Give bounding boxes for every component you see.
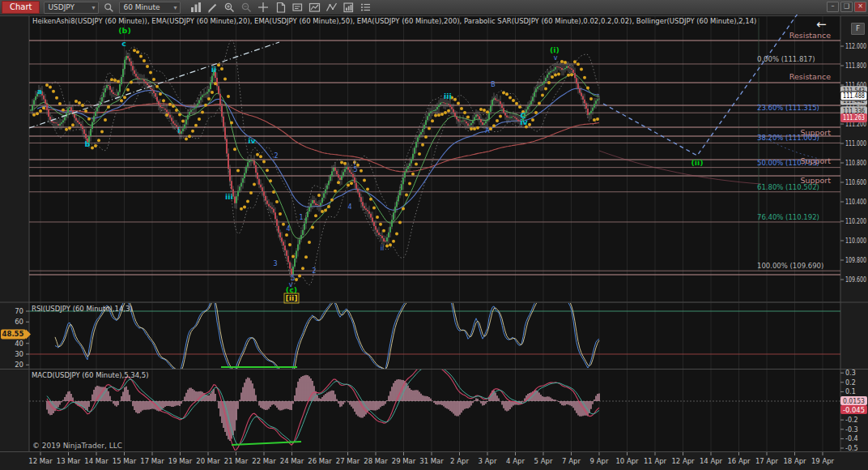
date-tick-label: 9 Apr bbox=[590, 457, 609, 465]
close-button[interactable]: × bbox=[854, 2, 866, 12]
window-buttons: –❑× bbox=[827, 2, 866, 12]
wave-label: ii bbox=[211, 65, 217, 74]
crosshair-icon[interactable] bbox=[257, 2, 270, 14]
date-tick-label: 4 Apr bbox=[506, 457, 525, 465]
price-tick-label: 112.000 bbox=[845, 43, 866, 50]
document-icon[interactable] bbox=[274, 2, 287, 14]
sr-label: Support bbox=[800, 176, 831, 185]
zigzag-icon[interactable] bbox=[325, 2, 338, 14]
fib-label: 100.00% (109.690) bbox=[757, 262, 823, 270]
bar-chart-icon[interactable] bbox=[189, 2, 202, 14]
fixed-scale-button[interactable]: F bbox=[851, 23, 865, 35]
zoom-in-icon[interactable] bbox=[223, 2, 236, 14]
wave-label: 3 bbox=[273, 260, 277, 267]
search-icon[interactable] bbox=[102, 2, 116, 14]
wave-label: iv bbox=[520, 118, 528, 126]
fib-label: 76.40% (110.192) bbox=[757, 213, 819, 221]
macd-tick-label: 0.2 bbox=[845, 379, 856, 387]
copyright-text: © 2019 NinjaTrader, LLC bbox=[32, 442, 122, 450]
sr-label: Support bbox=[800, 128, 831, 137]
rsi-tag-text: 48.55 bbox=[2, 330, 24, 338]
sr-label: Support bbox=[800, 156, 831, 165]
instrument-value: USDJPY bbox=[48, 3, 74, 11]
price-tick-label: 110.600 bbox=[845, 179, 866, 186]
zoom-out-icon[interactable] bbox=[240, 2, 253, 14]
wave-label: B bbox=[491, 81, 496, 88]
instrument-dropdown[interactable]: USDJPY ▾ bbox=[44, 2, 99, 14]
rsi-tick-label: 40 bbox=[15, 340, 23, 348]
scroll-to-latest-arrow-icon[interactable]: ← bbox=[816, 17, 827, 32]
interval-dropdown[interactable]: 60 Minute ▾ bbox=[119, 2, 181, 14]
macd-tick-label: -0.2 bbox=[845, 417, 858, 424]
restore-button[interactable]: ❑ bbox=[840, 2, 853, 12]
price-panel-plot[interactable] bbox=[29, 15, 840, 301]
rsi-tick-label: 70 bbox=[15, 307, 23, 315]
price-indicator-label: HeikenAshi8(USDJPY (60 Minute)), EMA(USD… bbox=[32, 17, 756, 25]
date-tick-label: 21 Mar bbox=[224, 457, 249, 465]
wave-label: i bbox=[177, 126, 180, 135]
date-tick-label: 2 Apr bbox=[450, 457, 469, 465]
chart-area[interactable]: 0.00% (111.817)23.60% (111.315)38.20% (1… bbox=[0, 15, 868, 470]
date-tick-label: 14 Mar bbox=[84, 457, 108, 465]
rsi-tick-label: 60 bbox=[15, 318, 23, 326]
wave-label: A bbox=[485, 127, 490, 135]
wave-label: 5 bbox=[353, 166, 357, 173]
wave-label: (ii) bbox=[691, 158, 703, 167]
toolbar-icon-strip bbox=[189, 2, 372, 14]
pencil-icon[interactable] bbox=[206, 2, 219, 14]
date-tick-label: 12 Mar bbox=[28, 457, 53, 465]
ninjatrader-chart-window: Chart USDJPY ▾ 60 Minute ▾ –❑× 0.00% (11… bbox=[0, 0, 868, 470]
macd-tick-label: -0.3 bbox=[845, 426, 858, 434]
price-tick-label: 110.200 bbox=[845, 218, 866, 225]
wave-label: a bbox=[37, 87, 42, 96]
wave-label: 1 bbox=[299, 214, 303, 221]
macd-tick-label: -0.5 bbox=[845, 445, 858, 452]
value-tag: 111.488 bbox=[843, 92, 865, 100]
wave-label: 2 bbox=[274, 152, 278, 160]
fib-label: 0.00% (111.817) bbox=[757, 55, 815, 63]
rsi-panel-plot[interactable] bbox=[29, 303, 840, 369]
wave-label: 2 bbox=[312, 267, 316, 275]
macd-indicator-label: MACD(USDJPY (60 Minute),5,34,5) bbox=[32, 371, 149, 379]
date-tick-label: 29 Mar bbox=[392, 457, 416, 465]
date-tick-label: 18 Apr bbox=[783, 457, 806, 465]
chevron-down-icon: ▾ bbox=[173, 4, 177, 11]
chart-tab[interactable]: Chart bbox=[2, 1, 40, 14]
wave-label: (i) bbox=[550, 45, 560, 54]
wave-label: iv bbox=[248, 136, 256, 145]
price-tick-label: 109.800 bbox=[845, 257, 866, 264]
date-tick-label: 11 Apr bbox=[644, 457, 667, 465]
date-tick-label: 3 Apr bbox=[479, 457, 497, 465]
minimize-button[interactable]: – bbox=[827, 2, 839, 12]
date-tick-label: 15 Mar bbox=[113, 457, 137, 465]
rsi-tick-label: 30 bbox=[15, 350, 23, 358]
chart-window-icon[interactable] bbox=[308, 2, 321, 14]
wave-label: 4 bbox=[347, 203, 351, 211]
date-tick-label: 19 Mar bbox=[168, 457, 193, 465]
date-tick-label: 17 Apr bbox=[755, 457, 779, 465]
list-icon[interactable] bbox=[359, 2, 372, 14]
wave-label: [ii] bbox=[285, 293, 297, 302]
chart-toolbar: Chart USDJPY ▾ 60 Minute ▾ –❑× bbox=[0, 0, 868, 15]
wave-label: ii bbox=[381, 245, 384, 252]
macd-panel-plot[interactable] bbox=[29, 370, 840, 451]
date-tick-label: 26 Mar bbox=[308, 457, 332, 465]
report-icon[interactable] bbox=[342, 2, 355, 14]
date-tick-label: 5 Apr bbox=[534, 457, 553, 465]
date-tick-label: 24 Mar bbox=[280, 457, 304, 465]
price-tick-label: 110.400 bbox=[845, 199, 866, 206]
value-tag: 0.0153 bbox=[843, 398, 865, 405]
date-tick-label: 12 Apr bbox=[671, 457, 695, 465]
date-tick-label: 16 Apr bbox=[727, 457, 751, 465]
sr-label: Resistance bbox=[789, 31, 831, 40]
macd-tick-label: 0.1 bbox=[845, 388, 856, 395]
interval-value: 60 Minute bbox=[123, 3, 160, 11]
date-tick-label: 13 Mar bbox=[57, 457, 81, 465]
price-tick-label: 109.600 bbox=[845, 276, 866, 284]
date-tick-label: 27 Mar bbox=[336, 457, 360, 465]
note-icon[interactable] bbox=[291, 2, 304, 14]
date-tick-label: 14 Apr bbox=[700, 457, 723, 465]
macd-tick-label: -0.4 bbox=[845, 435, 858, 442]
date-tick-label: 31 Mar bbox=[419, 457, 444, 465]
date-tick-label: 22 Mar bbox=[252, 457, 276, 465]
